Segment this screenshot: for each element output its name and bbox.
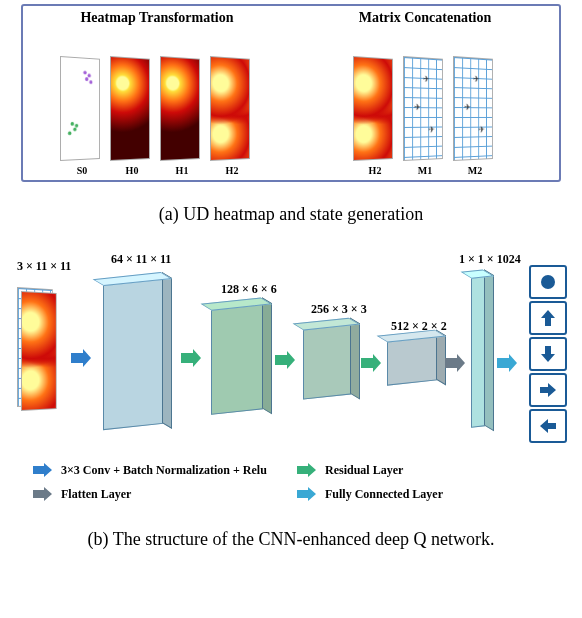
conv-block-1 (103, 279, 163, 430)
svg-marker-21 (445, 354, 465, 372)
svg-point-1 (73, 127, 76, 131)
dim-c3: 256 × 3 × 3 (311, 302, 367, 317)
legend-residual-icon (295, 461, 317, 479)
svg-marker-19 (275, 351, 295, 369)
svg-marker-25 (541, 346, 555, 362)
panel-a-box: Heatmap Transformation (21, 4, 561, 182)
tile-H0: H0 (108, 56, 156, 176)
svg-point-4 (85, 77, 88, 81)
svg-text:✈: ✈ (423, 75, 429, 84)
architecture-row: 3 × 11 × 11 ✈ ✈ ✈ 64 × 11 × 11 (11, 237, 571, 457)
legend-flatten-icon (31, 485, 53, 503)
conv-block-4 (387, 336, 437, 385)
panel-b: 3 × 11 × 11 ✈ ✈ ✈ 64 × 11 × 11 (11, 237, 571, 507)
heatmap-coarse-icon (210, 56, 250, 161)
grid-matrix-icon: ✈ ✈ ✈ (453, 56, 493, 161)
svg-marker-17 (71, 349, 91, 367)
heatmap-icon (160, 56, 200, 161)
legend-conv-label: 3×3 Conv + Batch Normalization + Relu (61, 463, 287, 478)
svg-text:✈: ✈ (428, 126, 434, 135)
label-M2: M2 (468, 165, 482, 176)
svg-marker-26 (540, 383, 556, 397)
heatmap-coarse-icon (353, 56, 393, 161)
arrow-flatten (443, 352, 465, 374)
action-down-icon (529, 337, 567, 371)
subpanel-heatmap-transformation: Heatmap Transformation (27, 10, 287, 176)
legend-flatten-label: Flatten Layer (61, 487, 287, 502)
caption-a: (a) UD heatmap and state generation (0, 204, 582, 225)
grid-matrix-icon: ✈ ✈ ✈ (403, 56, 443, 161)
heatmap-coarse-icon (21, 291, 57, 411)
dim-c1: 64 × 11 × 11 (111, 252, 171, 267)
subpanel-title-left: Heatmap Transformation (80, 10, 233, 26)
subpanel-matrix-concatenation: Matrix Concatenation H2 ✈ ✈ ✈ (295, 10, 555, 176)
svg-point-6 (83, 71, 86, 75)
label-H1: H1 (176, 165, 189, 176)
svg-point-7 (89, 80, 92, 84)
svg-point-2 (67, 131, 70, 135)
label-H2-left: H2 (226, 165, 239, 176)
legend-conv-icon (31, 461, 53, 479)
input-thumb: ✈ ✈ ✈ (17, 287, 61, 417)
action-left-icon (529, 409, 567, 443)
label-M1: M1 (418, 165, 432, 176)
tile-M1: ✈ ✈ ✈ M1 (401, 56, 449, 176)
legend-fc-icon (295, 485, 317, 503)
arrow-fc (495, 352, 517, 374)
arrow-residual-2 (273, 349, 295, 371)
scatter-plot-icon (60, 56, 100, 161)
svg-text:✈: ✈ (414, 102, 421, 111)
action-stay-icon (529, 265, 567, 299)
conv-block-2 (211, 304, 263, 414)
tile-H2-left: H2 (208, 56, 256, 176)
dim-input: 3 × 11 × 11 (17, 259, 71, 274)
legend-residual-label: Residual Layer (325, 463, 551, 478)
svg-text:✈: ✈ (464, 102, 471, 111)
action-up-icon (529, 301, 567, 335)
svg-marker-29 (297, 463, 316, 477)
panel-a: Heatmap Transformation (21, 4, 561, 182)
svg-marker-18 (181, 349, 201, 367)
dim-fc: 1 × 1 × 1024 (459, 252, 521, 267)
heatmap-row-right: H2 ✈ ✈ ✈ M1 (295, 26, 555, 176)
svg-point-23 (541, 275, 555, 289)
label-S0: S0 (77, 165, 88, 176)
svg-marker-30 (33, 487, 52, 501)
svg-text:✈: ✈ (478, 126, 484, 135)
tile-H1: H1 (158, 56, 206, 176)
svg-point-0 (70, 122, 73, 126)
legend: 3×3 Conv + Batch Normalization + Relu Re… (11, 457, 571, 507)
svg-marker-28 (33, 463, 52, 477)
tile-S0: S0 (58, 56, 106, 176)
figure-container: Heatmap Transformation (0, 0, 582, 566)
svg-marker-24 (541, 310, 555, 326)
svg-marker-27 (540, 419, 556, 433)
actions-column (529, 265, 563, 443)
tile-M2: ✈ ✈ ✈ M2 (451, 56, 499, 176)
svg-marker-20 (361, 354, 381, 372)
fc-block (471, 276, 485, 427)
caption-b: (b) The structure of the CNN-enhanced de… (0, 529, 582, 550)
label-H2-right: H2 (369, 165, 382, 176)
svg-marker-22 (497, 354, 517, 372)
dim-c2: 128 × 6 × 6 (221, 282, 277, 297)
arrow-conv-1 (69, 347, 91, 369)
action-right-icon (529, 373, 567, 407)
svg-point-3 (74, 124, 77, 128)
heatmap-icon (110, 56, 150, 161)
heatmap-row-left: S0 H0 H1 H2 (27, 26, 287, 176)
svg-point-5 (87, 74, 90, 78)
arrow-residual-1 (179, 347, 201, 369)
svg-text:✈: ✈ (473, 75, 479, 84)
svg-marker-31 (297, 487, 316, 501)
label-H0: H0 (126, 165, 139, 176)
conv-block-3 (303, 324, 351, 399)
tile-H2-right: H2 (351, 56, 399, 176)
legend-fc-label: Fully Connected Layer (325, 487, 551, 502)
arrow-residual-3 (359, 352, 381, 374)
subpanel-title-right: Matrix Concatenation (359, 10, 492, 26)
